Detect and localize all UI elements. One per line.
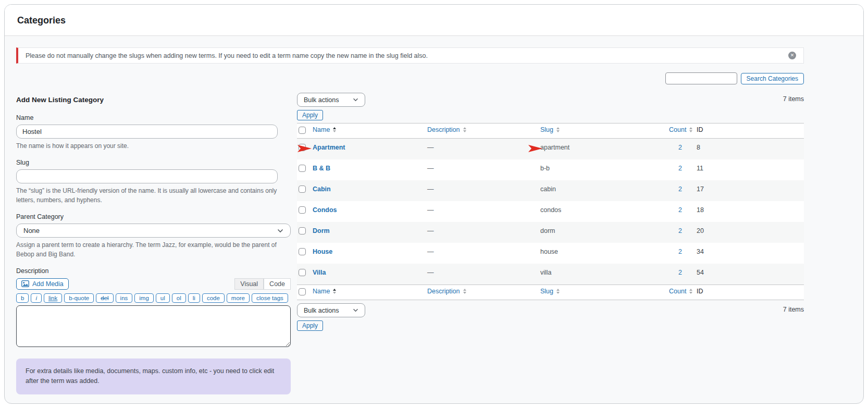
search-categories-button[interactable]: Search Categories bbox=[741, 73, 804, 84]
row-checkbox-cell bbox=[297, 269, 313, 278]
description-cell: — bbox=[427, 269, 540, 276]
items-count-top: 7 items bbox=[783, 93, 804, 103]
category-count-link[interactable]: 2 bbox=[669, 227, 682, 234]
tab-code[interactable]: Code bbox=[264, 278, 291, 290]
sort-up-icon bbox=[333, 127, 336, 129]
row-checkbox-cell bbox=[297, 248, 313, 257]
bulk-actions-select-top[interactable]: Bulk actions bbox=[297, 93, 365, 107]
add-media-icon bbox=[21, 280, 29, 287]
row-checkbox[interactable] bbox=[299, 165, 306, 172]
column-header-id: ID bbox=[697, 288, 804, 295]
slug-cell: villa bbox=[540, 269, 669, 276]
qt-close-tags-button[interactable]: close tags bbox=[252, 293, 288, 303]
qt-code-button[interactable]: code bbox=[202, 293, 225, 303]
editor-tabs: Visual Code bbox=[234, 278, 291, 290]
select-all-checkbox[interactable] bbox=[299, 127, 306, 134]
column-header-label-count-bottom[interactable]: Count bbox=[669, 288, 692, 295]
tab-visual[interactable]: Visual bbox=[234, 278, 264, 290]
table-row: B & B—b-b211 bbox=[297, 159, 804, 180]
header-checkbox-cell bbox=[297, 126, 313, 135]
qt-ol-button[interactable]: ol bbox=[172, 293, 186, 303]
bulk-actions-select-bottom[interactable]: Bulk actions bbox=[297, 303, 365, 317]
column-header-label-count-top[interactable]: Count bbox=[669, 126, 692, 133]
category-name-link[interactable]: B & B bbox=[313, 165, 330, 172]
category-count-link[interactable]: 2 bbox=[669, 144, 682, 151]
row-checkbox[interactable] bbox=[299, 186, 306, 193]
qt-li-button[interactable]: li bbox=[188, 293, 200, 303]
name-cell: Dorm bbox=[313, 227, 427, 234]
category-name-link[interactable]: Condos bbox=[313, 206, 337, 214]
page-title: Categories bbox=[17, 15, 851, 26]
search-input[interactable] bbox=[665, 72, 737, 84]
row-checkbox[interactable] bbox=[299, 227, 306, 234]
slug-cell: house bbox=[540, 248, 669, 255]
sort-down-icon bbox=[689, 292, 692, 294]
column-header-label-description-top[interactable]: Description bbox=[427, 126, 466, 133]
table-header-row: NameDescriptionSlugCountID bbox=[297, 123, 804, 139]
table-controls-bottom: Bulk actions Apply 7 items bbox=[297, 303, 804, 331]
column-header-label-slug-top[interactable]: Slug bbox=[540, 126, 560, 133]
category-name-link[interactable]: Apartment bbox=[313, 144, 345, 151]
category-count-link[interactable]: 2 bbox=[669, 186, 682, 193]
column-header-text: ID bbox=[697, 288, 703, 295]
category-name-link[interactable]: Dorm bbox=[313, 227, 330, 234]
qt-ins-button[interactable]: ins bbox=[116, 293, 133, 303]
row-checkbox[interactable] bbox=[299, 269, 306, 276]
description-textarea[interactable] bbox=[16, 305, 291, 347]
slug-cell: cabin bbox=[540, 186, 669, 193]
description-cell: — bbox=[427, 165, 540, 172]
qt-del-button[interactable]: del bbox=[96, 293, 113, 303]
id-cell: 11 bbox=[697, 165, 804, 172]
add-media-button[interactable]: Add Media bbox=[16, 278, 69, 290]
count-cell: 2 bbox=[669, 144, 697, 151]
qt-link-button[interactable]: link bbox=[44, 293, 62, 303]
parent-category-select[interactable]: None bbox=[16, 224, 291, 238]
row-checkbox[interactable] bbox=[299, 248, 306, 255]
slug-cell: dorm bbox=[540, 227, 669, 234]
qt-img-button[interactable]: img bbox=[134, 293, 154, 303]
category-count-link[interactable]: 2 bbox=[669, 269, 682, 276]
column-header-description: Description bbox=[427, 126, 540, 133]
column-header-label-name-top[interactable]: Name bbox=[313, 126, 336, 133]
row-checkbox[interactable] bbox=[299, 206, 306, 214]
category-name-link[interactable]: Cabin bbox=[313, 186, 331, 193]
column-header-label-slug-bottom[interactable]: Slug bbox=[540, 288, 560, 295]
chevron-down-icon bbox=[277, 229, 283, 233]
column-header-description: Description bbox=[427, 288, 540, 295]
sort-arrows-icon bbox=[463, 289, 466, 294]
qt-b-quote-button[interactable]: b-quote bbox=[64, 293, 94, 303]
column-header-label-description-bottom[interactable]: Description bbox=[427, 288, 466, 295]
page-card: Categories Please do not manually change… bbox=[4, 4, 864, 404]
apply-button-top[interactable]: Apply bbox=[297, 110, 323, 120]
slug-field[interactable] bbox=[16, 169, 278, 183]
header-checkbox-cell bbox=[297, 288, 313, 297]
apply-button-bottom[interactable]: Apply bbox=[297, 320, 323, 331]
content-columns: Add New Listing Category Name The name i… bbox=[16, 93, 804, 404]
category-count-link[interactable]: 2 bbox=[669, 206, 682, 214]
qt-b-button[interactable]: b bbox=[16, 293, 29, 303]
qt-more-button[interactable]: more bbox=[227, 293, 250, 303]
qt-ul-button[interactable]: ul bbox=[156, 293, 170, 303]
column-header-label-name-bottom[interactable]: Name bbox=[313, 288, 336, 295]
category-count-link[interactable]: 2 bbox=[669, 165, 682, 172]
description-cell: — bbox=[427, 186, 540, 193]
red-arrow-annotation bbox=[528, 145, 542, 152]
column-header-name: Name bbox=[313, 288, 427, 295]
column-header-id: ID bbox=[697, 126, 804, 133]
category-name-link[interactable]: Villa bbox=[313, 269, 326, 276]
id-cell: 34 bbox=[697, 248, 804, 255]
slug-help: The “slug” is the URL-friendly version o… bbox=[16, 187, 291, 205]
qt-i-button[interactable]: i bbox=[31, 293, 42, 303]
parent-category-label: Parent Category bbox=[16, 213, 291, 220]
id-cell: 17 bbox=[697, 186, 804, 193]
sort-down-icon bbox=[689, 130, 692, 132]
category-name-link[interactable]: House bbox=[313, 248, 332, 255]
sort-arrows-icon bbox=[556, 127, 560, 132]
sort-arrows-icon bbox=[689, 289, 692, 294]
column-header-label-id-top: ID bbox=[697, 126, 703, 133]
category-count-link[interactable]: 2 bbox=[669, 248, 682, 255]
select-all-checkbox[interactable] bbox=[299, 288, 306, 295]
name-field[interactable] bbox=[16, 125, 278, 139]
table-row: Villa—villa254 bbox=[297, 264, 804, 285]
dismiss-notice-icon[interactable]: ✕ bbox=[788, 52, 796, 59]
